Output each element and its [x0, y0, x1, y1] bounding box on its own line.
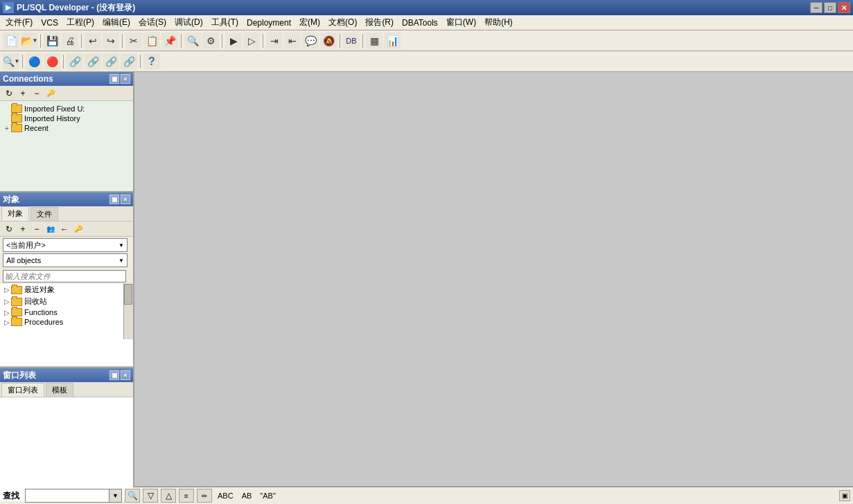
- toolbar-conn1-btn[interactable]: 🔗: [67, 53, 83, 70]
- toolbar-conn3-btn[interactable]: 🔗: [103, 53, 119, 70]
- menu-item-r[interactable]: 报告(R): [361, 15, 398, 30]
- minimize-button[interactable]: ─: [810, 2, 823, 13]
- status-bar: 查找 ▼ 🔍 ▽ △ ≡ ✏ ABC AB "AB" ▣: [0, 486, 853, 504]
- toolbar-indent-btn[interactable]: ⇥: [266, 33, 283, 49]
- tree-item-recent[interactable]: + Recent: [3, 123, 130, 133]
- menu-item-s[interactable]: 会话(S): [134, 15, 170, 30]
- menu-item-vcs[interactable]: VCS: [37, 17, 62, 29]
- toolbar-compile-btn[interactable]: ⚙: [202, 33, 219, 49]
- find-down-btn[interactable]: ▽: [143, 489, 158, 503]
- user-select[interactable]: <当前用户>: [3, 238, 127, 252]
- tree-item-procedures[interactable]: ▷ Procedures: [0, 317, 133, 327]
- menu-bar: 文件(F)VCS工程(P)编辑(E)会话(S)调试(D)工具(T)Deploym…: [0, 15, 853, 30]
- expand-icon: +: [3, 124, 11, 132]
- toolbar-undo-btn[interactable]: ↩: [85, 33, 101, 49]
- scrollbar-thumb: [124, 284, 132, 305]
- toolbar-step-btn[interactable]: ▷: [243, 33, 260, 49]
- toolbar-print-btn[interactable]: 🖨: [62, 33, 78, 49]
- toolbar-copy-btn[interactable]: 📋: [143, 33, 160, 49]
- expand-icon: ▷: [3, 286, 11, 294]
- type-select[interactable]: All objects: [3, 253, 127, 267]
- toolbar-sep-2: [81, 34, 82, 48]
- windowlist-panel: 窗口列表 ▣ × 窗口列表 模板: [0, 368, 133, 501]
- toolbar-sep-8: [362, 34, 363, 48]
- connections-pin-btn[interactable]: ▣: [109, 74, 119, 84]
- close-button[interactable]: ✕: [838, 2, 850, 13]
- windowlist-tab-list[interactable]: 窗口列表: [1, 383, 44, 397]
- find-ab-sep: AB: [239, 492, 255, 500]
- tree-item-label: 最近对象: [24, 285, 55, 295]
- objects-scrollbar[interactable]: [123, 284, 133, 339]
- menu-item-h[interactable]: 帮助(H): [480, 15, 517, 30]
- toolbar-conn4-btn[interactable]: 🔗: [121, 53, 137, 70]
- find-dropdown-btn[interactable]: ▼: [109, 489, 121, 502]
- tree-item-recycle[interactable]: ▷ 回收站: [0, 296, 133, 307]
- toolbar-zoom-dropdown[interactable]: 🔍▼: [3, 53, 19, 70]
- tree-item-imported-history[interactable]: Imported History: [3, 114, 130, 123]
- connections-remove-btn[interactable]: −: [30, 87, 43, 100]
- find-search-btn[interactable]: 🔍: [125, 489, 140, 503]
- tree-item-functions[interactable]: ▷ Functions: [0, 307, 133, 317]
- tree-item-recent-objects[interactable]: ▷ 最近对象: [0, 284, 133, 296]
- tree-item-imported-fixed[interactable]: Imported Fixed U:: [3, 104, 130, 114]
- toolbar-find-btn[interactable]: 🔍: [184, 33, 201, 49]
- find-options-btn[interactable]: ≡: [179, 489, 194, 503]
- toolbar-new-btn[interactable]: 📄: [3, 33, 19, 49]
- folder-icon: [11, 318, 22, 326]
- objects-remove-btn[interactable]: −: [30, 223, 43, 235]
- objects-add-btn[interactable]: +: [17, 223, 29, 235]
- menu-item-m[interactable]: 宏(M): [295, 15, 324, 30]
- toolbar-grid-btn[interactable]: ▦: [366, 33, 382, 49]
- connections-add-btn[interactable]: +: [17, 87, 29, 100]
- toolbar-open-dropdown[interactable]: 📂▼: [21, 33, 37, 49]
- objects-arrow-btn[interactable]: ←: [58, 223, 71, 235]
- menu-item-t[interactable]: 工具(T): [207, 15, 243, 30]
- menu-item-d[interactable]: 调试(D): [170, 15, 207, 30]
- objects-pin-btn[interactable]: ▣: [109, 195, 119, 204]
- find-edit-btn[interactable]: ✏: [197, 489, 212, 503]
- menu-item-f[interactable]: 文件(F): [1, 15, 37, 30]
- maximize-button[interactable]: □: [824, 2, 836, 13]
- objects-tab-files[interactable]: 文件: [30, 207, 58, 221]
- objects-title: 对象: [3, 194, 109, 206]
- toolbar-obj1-btn[interactable]: 🔵: [26, 53, 42, 70]
- toolbar-run-btn[interactable]: ▶: [225, 33, 242, 49]
- menu-item-w[interactable]: 窗口(W): [442, 15, 480, 30]
- toolbar-chart-btn[interactable]: 📊: [384, 33, 401, 49]
- status-pin-btn[interactable]: ▣: [839, 490, 850, 501]
- find-up-btn[interactable]: △: [161, 489, 176, 503]
- connections-key-btn[interactable]: 🔑: [44, 87, 57, 100]
- tree-item-label: Functions: [24, 308, 58, 316]
- menu-item-deployment[interactable]: Deployment: [243, 17, 295, 29]
- menu-item-dbatools[interactable]: DBATools: [398, 17, 442, 29]
- windowlist-close-btn[interactable]: ×: [121, 370, 130, 380]
- expand-icon: ▷: [3, 318, 11, 326]
- toolbar-obj2-btn[interactable]: 🔴: [44, 53, 60, 70]
- toolbar-cut-btn[interactable]: ✂: [125, 33, 142, 49]
- connections-refresh-btn[interactable]: ↻: [3, 87, 15, 100]
- toolbar-redo-btn[interactable]: ↪: [103, 33, 119, 49]
- objects-people-btn[interactable]: 👥: [44, 223, 57, 235]
- objects-tab-objects[interactable]: 对象: [1, 206, 29, 221]
- left-panel: Connections ▣ × ↻ + − 🔑 Imported Fixed U…: [0, 72, 134, 486]
- menu-item-e[interactable]: 编辑(E): [98, 15, 134, 30]
- objects-search-input[interactable]: [3, 270, 126, 282]
- toolbar-help-btn[interactable]: ?: [143, 53, 160, 70]
- windowlist-pin-btn[interactable]: ▣: [109, 370, 119, 380]
- objects-refresh-btn[interactable]: ↻: [3, 223, 15, 235]
- objects-close-btn[interactable]: ×: [121, 195, 130, 204]
- menu-item-p[interactable]: 工程(P): [62, 15, 98, 30]
- connections-close-btn[interactable]: ×: [121, 74, 130, 84]
- toolbar-paste-btn[interactable]: 📌: [161, 33, 178, 49]
- toolbar-save-btn[interactable]: 💾: [44, 33, 60, 49]
- toolbar-db-btn[interactable]: DB: [343, 33, 360, 49]
- menu-item-o[interactable]: 文档(O): [324, 15, 361, 30]
- toolbar-unindent-btn[interactable]: ⇤: [284, 33, 301, 49]
- status-right: ▣: [839, 490, 850, 501]
- objects-key-btn[interactable]: 🔑: [72, 223, 85, 235]
- windowlist-tab-template[interactable]: 模板: [46, 383, 73, 397]
- toolbar-conn2-btn[interactable]: 🔗: [85, 53, 101, 70]
- toolbar-uncomment-btn[interactable]: 🔕: [320, 33, 337, 49]
- find-input[interactable]: [26, 489, 109, 502]
- toolbar-comment-btn[interactable]: 💬: [302, 33, 319, 49]
